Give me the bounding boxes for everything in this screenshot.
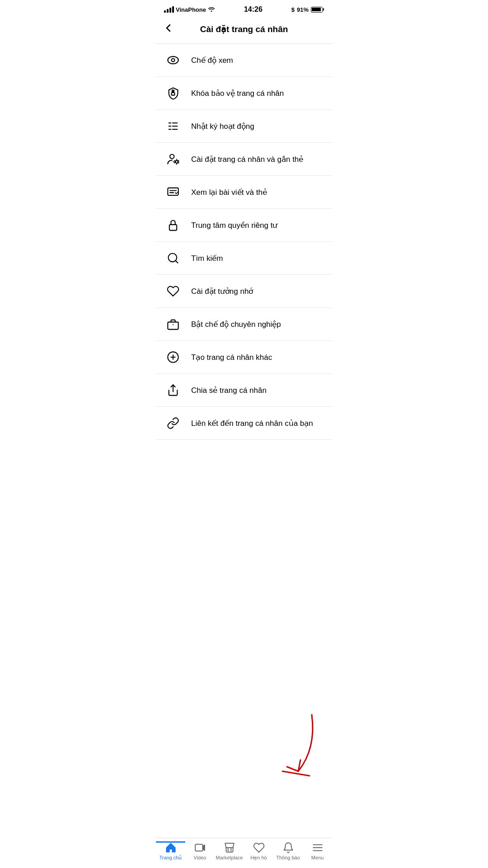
annotation-arrow [269,712,323,787]
menu-item-review-posts[interactable]: Xem lại bài viết và thẻ [156,176,332,209]
svg-line-24 [282,771,310,776]
eye-icon [165,52,181,68]
menu-label-review-posts: Xem lại bài viết và thẻ [191,188,267,197]
battery-icon [311,7,324,13]
menu-item-activity-log[interactable]: Nhật ký hoạt động [156,110,332,143]
link-icon [165,415,181,431]
wifi-icon [208,6,215,13]
list-icon [165,118,181,134]
menu-item-profile-settings[interactable]: Cài đặt trang cá nhân và gắn thẻ [156,143,332,176]
menu-label-view-mode: Chế độ xem [191,56,233,65]
settings-list-container: Chế độ xem Khóa bảo vệ trang cá nhân [156,44,332,476]
battery-percent: 91% [297,6,309,13]
menu-label-privacy-center: Trung tâm quyền riêng tư [191,221,277,230]
nav-item-menu[interactable]: Menu [303,842,332,860]
nav-item-marketplace[interactable]: Marketplace [215,842,244,860]
status-right: $ 91% [291,6,324,13]
menu-item-share-profile[interactable]: Chia sẻ trang cá nhân [156,374,332,407]
marketplace-icon [224,842,235,854]
nav-label-menu: Menu [311,855,324,860]
menu-item-view-mode[interactable]: Chế độ xem [156,44,332,77]
menu-label-memorial-settings: Cài đặt tưởng nhớ [191,287,253,296]
menu-label-lock-profile: Khóa bảo vệ trang cá nhân [191,89,284,98]
svg-rect-12 [168,188,178,195]
svg-rect-18 [168,322,178,329]
heart-icon [165,283,181,299]
menu-item-lock-profile[interactable]: Khóa bảo vệ trang cá nhân [156,77,332,110]
menu-label-activity-log: Nhật ký hoạt động [191,122,254,131]
svg-point-1 [172,59,175,62]
status-bar: VinaPhone 14:26 $ 91% [156,0,332,16]
active-indicator [156,841,185,843]
nav-item-dating[interactable]: Hẹn hò [244,842,273,861]
menu-label-search: Tìm kiếm [191,254,223,263]
lock-shield-icon [165,85,181,101]
menu-item-professional-mode[interactable]: Bật chế độ chuyên nghiệp [156,308,332,341]
svg-rect-15 [169,225,177,231]
time-display: 14:26 [244,5,263,14]
dating-heart-icon [253,842,265,854]
nav-label-notifications: Thông báo [276,855,300,860]
location-icon: $ [291,6,295,13]
page-header: Cài đặt trang cá nhân [156,16,332,44]
share-icon [165,382,181,398]
home-icon [165,842,177,854]
menu-label-create-profile: Tạo trang cá nhân khác [191,353,272,362]
nav-item-home[interactable]: Trang chủ [156,842,185,861]
carrier-label: VinaPhone [176,6,206,13]
back-button[interactable] [163,21,178,37]
bell-icon [282,842,294,854]
message-tag-icon [165,184,181,200]
nav-label-home: Trang chủ [159,855,182,861]
nav-label-marketplace: Marketplace [216,855,243,860]
menu-item-create-profile[interactable]: Tạo trang cá nhân khác [156,341,332,374]
signal-icon [164,6,174,13]
svg-line-17 [175,260,178,263]
nav-label-video: Video [194,855,206,860]
menu-icon [312,842,324,854]
svg-rect-25 [195,844,202,851]
briefcase-icon [165,316,181,332]
menu-item-privacy-center[interactable]: Trung tâm quyền riêng tư [156,209,332,242]
lock-icon [165,217,181,233]
plus-circle-icon [165,349,181,365]
menu-label-profile-settings: Cài đặt trang cá nhân và gắn thẻ [191,155,303,164]
menu-label-link-profile: Liên kết đến trang cá nhân của bạn [191,419,313,428]
menu-label-share-profile: Chia sẻ trang cá nhân [191,386,267,395]
menu-item-link-profile[interactable]: Liên kết đến trang cá nhân của bạn [156,407,332,440]
page-title: Cài đặt trang cá nhân [178,24,310,34]
menu-item-memorial-settings[interactable]: Cài đặt tưởng nhớ [156,275,332,308]
status-left: VinaPhone [164,6,215,13]
video-icon [194,842,206,854]
settings-menu: Chế độ xem Khóa bảo vệ trang cá nhân [156,44,332,440]
bottom-navigation: Trang chủ Video Marketplace Hẹn hò [156,838,332,868]
person-gear-icon [165,151,181,167]
menu-item-search[interactable]: Tìm kiếm [156,242,332,275]
search-icon [165,250,181,266]
svg-point-10 [170,155,174,159]
nav-label-dating: Hẹn hò [250,855,267,861]
nav-item-notifications[interactable]: Thông báo [273,842,303,860]
nav-item-video[interactable]: Video [185,842,215,860]
svg-point-0 [168,57,178,64]
menu-label-professional-mode: Bật chế độ chuyên nghiệp [191,320,281,329]
